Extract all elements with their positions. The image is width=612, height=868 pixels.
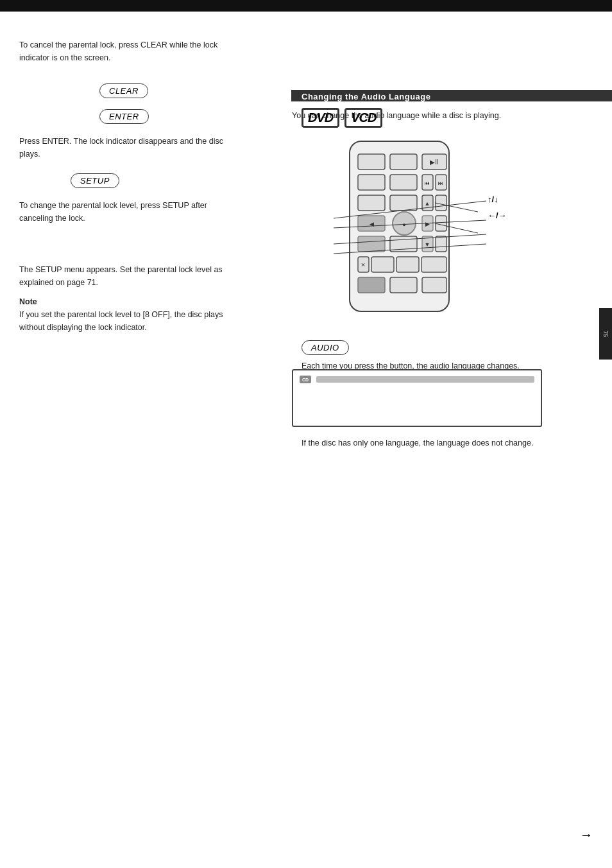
svg-rect-23 bbox=[358, 236, 385, 252]
svg-text:◀: ◀ bbox=[370, 221, 374, 227]
svg-rect-5 bbox=[358, 175, 385, 190]
svg-text:⏭: ⏭ bbox=[438, 180, 443, 186]
left-right-arrow-label: ←/→ bbox=[488, 211, 507, 220]
left-text-1: To cancel the parental lock, press CLEAR… bbox=[19, 39, 231, 64]
svg-text:▼: ▼ bbox=[425, 241, 430, 248]
enter-button-wrapper: ENTER bbox=[99, 109, 149, 124]
audio-button-wrapper: AUDIO bbox=[302, 340, 349, 355]
display-cd-icon: CD bbox=[300, 376, 311, 383]
left-note: Note If you set the parental lock level … bbox=[19, 295, 231, 334]
svg-text:●: ● bbox=[402, 221, 405, 228]
svg-text:▲: ▲ bbox=[425, 200, 430, 207]
up-down-arrow-label: ↑/↓ bbox=[488, 195, 498, 204]
svg-text:⏮: ⏮ bbox=[425, 180, 430, 186]
svg-rect-1 bbox=[358, 154, 385, 169]
svg-rect-24 bbox=[390, 236, 417, 252]
audio-button[interactable]: AUDIO bbox=[302, 340, 349, 355]
svg-rect-15 bbox=[436, 195, 446, 211]
setup-button[interactable]: SETUP bbox=[71, 173, 119, 188]
page-number: 75 bbox=[602, 331, 609, 337]
svg-rect-30 bbox=[371, 257, 394, 272]
top-bar bbox=[0, 0, 612, 12]
svg-rect-35 bbox=[422, 277, 446, 293]
svg-rect-27 bbox=[436, 236, 446, 252]
svg-rect-11 bbox=[358, 195, 385, 211]
clear-button-wrapper: CLEAR bbox=[99, 83, 148, 98]
display-bar bbox=[316, 376, 534, 383]
display-screen: CD bbox=[292, 369, 542, 427]
setup-button-wrapper: SETUP bbox=[71, 173, 119, 188]
bottom-arrow: → bbox=[580, 828, 593, 842]
enter-button[interactable]: ENTER bbox=[99, 109, 149, 124]
svg-rect-2 bbox=[390, 154, 417, 169]
section-title: Changing the Audio Language bbox=[302, 92, 431, 101]
display-header: CD bbox=[300, 376, 534, 383]
svg-rect-22 bbox=[436, 216, 446, 231]
svg-rect-33 bbox=[358, 277, 385, 293]
svg-text:▶II: ▶II bbox=[430, 159, 439, 166]
left-text-2: Press ENTER. The lock indicator disappea… bbox=[19, 135, 231, 161]
svg-rect-32 bbox=[421, 257, 446, 272]
svg-text:×: × bbox=[361, 261, 365, 268]
svg-rect-31 bbox=[396, 257, 419, 272]
remote-illustration: ▶II ⏮ ⏭ ▲ ◀ ● ▶ ▼ × bbox=[340, 138, 488, 320]
svg-text:▶: ▶ bbox=[425, 221, 430, 227]
right-text-4: If the disc has only one language, the l… bbox=[302, 437, 571, 449]
right-text-1: You can change the audio language while … bbox=[292, 109, 568, 122]
left-text-3: To change the parental lock level, press… bbox=[19, 199, 231, 289]
svg-rect-34 bbox=[390, 277, 417, 293]
clear-button[interactable]: CLEAR bbox=[99, 83, 148, 98]
svg-rect-12 bbox=[390, 195, 417, 211]
page-indicator: 75 bbox=[599, 308, 612, 360]
svg-rect-6 bbox=[390, 175, 417, 190]
